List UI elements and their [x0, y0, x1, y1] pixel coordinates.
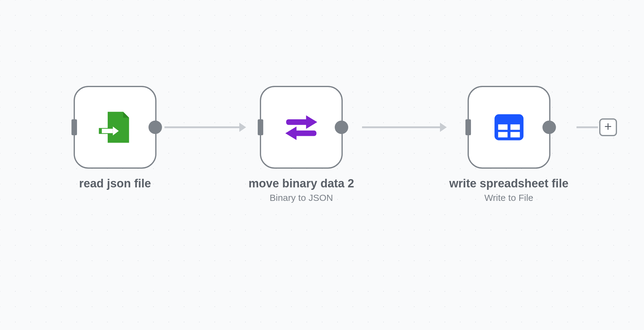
input-port[interactable] — [71, 119, 77, 135]
svg-rect-12 — [510, 132, 520, 137]
output-port[interactable] — [148, 121, 162, 134]
node-title: write spreadsheet file — [449, 177, 569, 191]
trailing-connector: + — [569, 86, 617, 169]
node-title: read json file — [79, 177, 151, 191]
connector-arrow-icon — [239, 123, 246, 132]
add-node-button[interactable]: + — [599, 118, 617, 136]
connector-line — [362, 126, 440, 128]
connector — [156, 86, 249, 169]
node-box[interactable] — [74, 86, 156, 169]
svg-marker-7 — [285, 126, 296, 140]
node-read-json-file[interactable]: read json file — [74, 86, 156, 191]
plus-icon: + — [604, 120, 612, 133]
node-write-spreadsheet-file[interactable]: write spreadsheet file Write to File — [449, 86, 569, 203]
svg-rect-6 — [294, 130, 317, 136]
spreadsheet-icon — [488, 106, 530, 149]
connector-line — [164, 126, 240, 128]
output-port[interactable] — [335, 121, 348, 134]
svg-rect-9 — [498, 125, 507, 130]
connector-line — [577, 126, 598, 128]
node-move-binary-data-2[interactable]: move binary data 2 Binary to JSON — [249, 86, 354, 203]
svg-rect-4 — [286, 119, 309, 125]
workflow-canvas[interactable]: read json file — [0, 0, 644, 330]
input-port[interactable] — [258, 119, 263, 135]
svg-rect-10 — [510, 125, 520, 130]
swap-arrows-icon — [280, 106, 323, 149]
node-labels: write spreadsheet file Write to File — [449, 177, 569, 203]
node-box[interactable] — [468, 86, 550, 169]
node-labels: read json file — [79, 177, 151, 191]
connector — [354, 86, 449, 169]
svg-rect-11 — [498, 132, 507, 137]
node-title: move binary data 2 — [249, 177, 354, 191]
node-box[interactable] — [260, 86, 343, 169]
svg-marker-5 — [306, 115, 317, 129]
node-subtitle: Binary to JSON — [249, 193, 354, 203]
output-port[interactable] — [542, 121, 556, 134]
input-port[interactable] — [465, 119, 471, 135]
node-labels: move binary data 2 Binary to JSON — [249, 177, 354, 203]
connector-arrow-icon — [440, 123, 447, 132]
node-subtitle: Write to File — [449, 193, 569, 203]
file-import-icon — [94, 106, 137, 149]
svg-rect-1 — [102, 129, 113, 133]
workflow-row: read json file — [74, 86, 617, 203]
